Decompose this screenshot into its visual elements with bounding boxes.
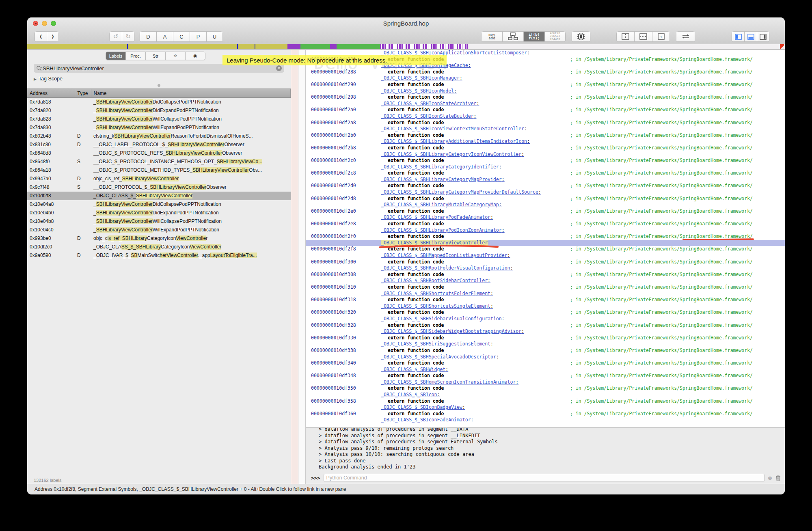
table-row[interactable]: 0x10e04b0_SBHLibraryViewControllerDidExp… <box>27 209 291 217</box>
search-field[interactable]: ✕ <box>34 64 284 73</box>
data-button[interactable]: D <box>140 31 156 42</box>
code-address-line[interactable]: 00000000010df2d8extern function code; in… <box>306 196 785 202</box>
code-label-line[interactable]: _OBJC_CLASS_$_SBHSidebarVisualConfigurat… <box>306 316 785 322</box>
table-row[interactable]: 0x7da818_SBHLibraryViewControllerDidColl… <box>27 98 291 106</box>
code-address-line[interactable]: 00000000010df2b8extern function code; in… <box>306 145 785 151</box>
navigation-minimap[interactable] <box>27 44 785 50</box>
code-address-line[interactable]: 00000000010df338extern function code; in… <box>306 348 785 354</box>
code-address-line[interactable]: 00000000010df340extern function code; in… <box>306 360 785 367</box>
code-label-line[interactable]: _OBJC_CLASS_$_SBHIconViewContextMenuStat… <box>306 126 785 132</box>
undo-button[interactable]: ↺ <box>109 31 122 42</box>
code-address-line[interactable]: 00000000010df350extern function code; in… <box>306 385 785 392</box>
procedure-button[interactable]: P <box>190 31 206 42</box>
table-row[interactable]: 0x864a18__OBJC_$_PROTOCOL_METHOD_TYPES_S… <box>27 166 291 175</box>
table-row[interactable]: 0x8648d8__OBJC_$_PROTOCOL_REFS_SBHLibrar… <box>27 149 291 158</box>
code-label-line[interactable]: _OBJC_CLASS_$_SBHLibraryCategoryMapProvi… <box>306 189 785 196</box>
sidebar-tab-4[interactable]: ◉ <box>186 52 205 60</box>
code-label-line[interactable]: _OBJC_CLASS_$_SBIconBadgeView: <box>306 404 785 411</box>
code-label-line[interactable]: _OBJC_CLASS_$_SBHIconImageCache: <box>306 63 785 69</box>
code-address-line[interactable]: 00000000010df2c8extern function code; in… <box>306 170 785 177</box>
code-address-line[interactable]: 00000000010df2a8extern function code; in… <box>306 120 785 126</box>
code-address-line[interactable]: 00000000010df2e0extern function code; in… <box>306 208 785 215</box>
code-label-line[interactable]: _OBJC_CLASS_$_SBHWidget: <box>306 367 785 373</box>
table-row[interactable]: 0x9947a0Dobjc_cls_ref_SBHLibraryViewCont… <box>27 175 291 183</box>
code-label-line[interactable]: _OBJC_CLASS_$_SBHLibraryCategoryMapProvi… <box>306 177 785 183</box>
code-address-line[interactable]: 00000000010df328extern function code; in… <box>306 322 785 329</box>
code-label-line[interactable]: _OBJC_CLASS_$_SBHIconModel: <box>306 88 785 95</box>
code-label-line[interactable]: _OBJC_CLASS_$_SBHLibraryCategoryIconView… <box>306 151 785 158</box>
redo-button[interactable]: ↻ <box>122 31 134 42</box>
assembly-view[interactable]: Demo Version _OBJC_CLASS_$_SBHIconApplic… <box>306 50 785 427</box>
single-pane-button[interactable]: 1 <box>652 31 670 42</box>
cpu-button[interactable] <box>572 31 590 42</box>
table-row[interactable]: 0x993be0Dobjc_cls_ref_SBHLibraryCategory… <box>27 234 291 243</box>
code-label-line[interactable]: _OBJC_CLASS_$_SBHLibraryMutableCategoryM… <box>306 202 785 208</box>
code-address-line[interactable]: 00000000010df2b0extern function code; in… <box>306 132 785 139</box>
clear-console-icon[interactable]: ⊗ <box>768 475 772 481</box>
code-label-line[interactable]: _OBJC_CLASS_$_SBHRootSidebarController: <box>306 278 785 284</box>
code-label-line[interactable]: _OBJC_CLASS_$_SBHShortcutsSingleElement: <box>306 303 785 310</box>
code-address-line[interactable]: 00000000010df318extern function code; in… <box>306 297 785 303</box>
table-row[interactable]: 0x10e04c0_SBHLibraryViewControllerWillEx… <box>27 226 291 234</box>
splitter-handle[interactable] <box>158 84 160 87</box>
table-row[interactable]: 0x10e04a8_SBHLibraryViewControllerDidCol… <box>27 200 291 209</box>
sidebar-tab-1[interactable]: Proc. <box>126 52 146 60</box>
python-command-input[interactable] <box>324 474 765 482</box>
code-label-line[interactable]: _OBJC_CLASS_$_SBHSidebarWidgetBootstrapp… <box>306 328 785 335</box>
code-label-line[interactable]: _OBJC_CLASS_$_SBHIconApplicationShortcut… <box>306 50 785 56</box>
column-header-address[interactable]: Address <box>27 89 75 98</box>
code-address-line[interactable]: 00000000010df358extern function code; in… <box>306 398 785 405</box>
code-label-line[interactable]: _OBJC_CLASS_$_SBHRootFolderVisualConfigu… <box>306 265 785 272</box>
sidebar-tab-3[interactable]: ☆ <box>166 52 186 60</box>
code-label-line[interactable]: _OBJC_CLASS_$_SBHLibraryCategoryIdentifi… <box>306 164 785 171</box>
table-row[interactable]: 0x8648f0S__OBJC_$_PROTOCOL_INSTANCE_METH… <box>27 158 291 166</box>
ascii-button[interactable]: A <box>156 31 173 42</box>
code-label-line[interactable]: _OBJC_CLASS_$_SBHLibraryAdditionalItemsI… <box>306 138 785 145</box>
code-address-line[interactable]: 00000000010df2c0extern function code; in… <box>306 158 785 164</box>
code-address-line[interactable]: 00000000010df2e8extern function code; in… <box>306 221 785 227</box>
code-label-line[interactable]: _OBJC_CLASS_$_SBHSpecialAvocadoDescripto… <box>306 354 785 360</box>
table-row[interactable]: 0x9a0590D_OBJC_IVAR_$_SBMainSwitcherView… <box>27 251 291 260</box>
sidebar-tab-2[interactable]: Str <box>146 52 166 60</box>
code-label-line[interactable]: _OBJC_CLASS_$_SBHomeScreenIconTransition… <box>306 379 785 386</box>
table-row[interactable]: 0x7da830_SBHLibraryViewControllerWillExp… <box>27 123 291 132</box>
code-address-line[interactable]: 00000000010df2d0extern function code; in… <box>306 183 785 189</box>
toggle-bottom-panel-button[interactable] <box>744 31 757 42</box>
code-address-line[interactable]: 00000000010df298extern function code; in… <box>306 94 785 101</box>
sidebar-tab-0[interactable]: Labels <box>106 52 126 60</box>
tag-scope-disclosure[interactable]: ▶Tag Scope <box>34 76 291 82</box>
code-address-line[interactable]: 00000000010df330extern function code; in… <box>306 335 785 341</box>
minimize-button[interactable] <box>42 21 47 26</box>
code-address-line[interactable]: 00000000010df2f8extern function code; in… <box>306 246 785 253</box>
settings-sliders-button[interactable] <box>676 31 695 42</box>
code-address-line[interactable]: 00000000010df280extern function code; in… <box>306 56 785 63</box>
clear-search-icon[interactable]: ✕ <box>276 65 282 71</box>
code-label-line[interactable]: _OBJC_CLASS_$_SBHIconManager: <box>306 75 785 82</box>
undefine-button[interactable]: U <box>206 31 223 42</box>
code-label-line[interactable]: _OBJC_CLASS_$_SBHLibraryPodFadeAnimator: <box>306 214 785 221</box>
split-vertical-button[interactable] <box>616 31 634 42</box>
table-row[interactable]: 0x10df2f8_OBJC_CLASS_$_SBHLibraryViewCon… <box>27 192 291 200</box>
code-label-line[interactable]: _OBJC_CLASS_$_SBHIconStateBuilder: <box>306 113 785 120</box>
zoom-button[interactable] <box>51 21 56 26</box>
code-address-line[interactable]: 00000000010df348extern function code; in… <box>306 373 785 379</box>
back-button[interactable]: ‹ <box>35 31 47 42</box>
column-header-name[interactable]: Name <box>91 89 291 98</box>
cfg-mode-button[interactable] <box>502 31 523 42</box>
close-button[interactable] <box>33 21 38 26</box>
console-log[interactable]: > dataflow analysis of procedures in seg… <box>306 427 785 472</box>
forward-button[interactable]: › <box>47 31 59 42</box>
code-address-line[interactable]: 00000000010df360extern function code; in… <box>306 411 785 417</box>
code-address-line[interactable]: 00000000010df290extern function code; in… <box>306 82 785 88</box>
code-address-line[interactable]: 00000000010df2a0extern function code; in… <box>306 107 785 113</box>
code-address-line[interactable]: 00000000010df2f0extern function code; in… <box>306 233 785 240</box>
code-label-line[interactable]: _OBJC_CLASS_$_SBHIconStateArchiver: <box>306 101 785 107</box>
table-row[interactable]: 0x9c7f48S__OBJC_PROTOCOL_$_SBHLibraryVie… <box>27 183 291 192</box>
table-row[interactable]: 0x7da820_SBHLibraryViewControllerDidExpa… <box>27 106 291 115</box>
selected-code-line[interactable]: _OBJC_CLASS_$_SBHLibraryViewController: <box>306 240 785 246</box>
trash-icon[interactable] <box>775 475 781 481</box>
toggle-right-panel-button[interactable] <box>757 31 769 42</box>
hex-mode-button[interactable]: 486F70706572204469 <box>544 31 566 42</box>
code-label-line[interactable]: _OBJC_CLASS_$_SBHShortcutsFolderElement: <box>306 291 785 297</box>
code-address-line[interactable]: 00000000010df288extern function code; in… <box>306 69 785 76</box>
